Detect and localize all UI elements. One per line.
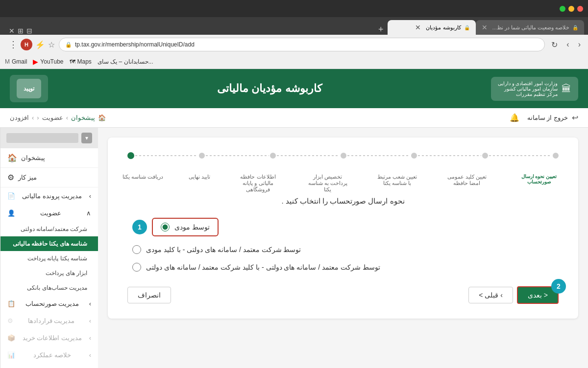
- brand-icon: توپید: [17, 79, 41, 98]
- steps-dots: [122, 152, 564, 159]
- sidebar-item-invoice-management[interactable]: › مدیریت صورتحساب 📋: [0, 295, 98, 312]
- bookmark-hesab[interactable]: حسابدانان – یک سای...: [98, 58, 153, 65]
- tab-1[interactable]: 🔒 خلاصه وضعیت مالیاتی شما در نظ... ✕: [476, 20, 584, 35]
- sidebar-item-membership[interactable]: ∧ عضویت 👤: [0, 205, 98, 222]
- badge-2: 2: [551, 279, 566, 294]
- radio-option-2-wrapper: توسط شرکت معتمد / سامانه های دولتی - با …: [132, 245, 554, 254]
- sidebar-sub-payment-id[interactable]: شناسه یکتا پایانه پرداخت: [0, 251, 98, 266]
- step-dot-1: [127, 152, 134, 159]
- sidebar-item-tax-management[interactable]: › مدیریت پرونده مالیاتی 📄: [0, 187, 98, 205]
- back-button[interactable]: ‹: [576, 39, 583, 50]
- sidebar-sub-trusted-company[interactable]: شرکت معتمد/سامانه دولتی: [0, 222, 98, 236]
- buttons-row: 2 < بعدی › قبلی > انصراف: [122, 286, 564, 304]
- payment-tools-label: ابزار های پرداخت: [46, 270, 87, 276]
- breadcrumb-sep3: ›: [32, 114, 34, 121]
- sidebar-sub-unique-id[interactable]: شناسه های یکتا حافظه مالیاتی: [0, 236, 98, 251]
- tax-management-label: مدیریت پرونده مالیاتی: [22, 192, 82, 200]
- extension-icon[interactable]: ⚡: [35, 40, 45, 49]
- app-header: 🏛 وزارت امور اقتصادی و دارایی سازمان امو…: [0, 69, 588, 108]
- step-dot-6: [482, 153, 488, 159]
- step-dot-2: [199, 153, 205, 159]
- sidebar-item-dashboard[interactable]: پیشخوان 🏠: [0, 148, 98, 168]
- prev-button[interactable]: › قبلی >: [468, 287, 513, 303]
- radio-input-2[interactable]: [132, 245, 141, 254]
- radio-label-2: توسط شرکت معتمد / سامانه های دولتی - با …: [146, 246, 301, 253]
- tab-2[interactable]: 🔒 کاربوشه مؤدیان ✕: [388, 20, 476, 35]
- sidebar-sub-bank-accounts[interactable]: مدیریت حساب‌های بانکی: [0, 280, 98, 295]
- summary-icon: 📊: [7, 351, 15, 359]
- sidebar-dropdown-button[interactable]: ▾: [81, 133, 92, 143]
- unique-id-label: شناسه های یکتا حافظه مالیاتی: [13, 240, 87, 247]
- step-line-1: [135, 155, 198, 156]
- bell-icon[interactable]: 🔔: [510, 113, 519, 122]
- sidebar-user-area: ▾: [0, 128, 98, 148]
- trusted-company-label: شرکت معتمد/سامانه دولتی: [21, 226, 87, 232]
- payment-id-label: شناسه یکتا پایانه پرداخت: [27, 255, 87, 262]
- tab-bar: 🔒 خلاصه وضعیت مالیاتی شما در نظ... ✕ 🔒 ک…: [0, 17, 588, 35]
- sidebar-item-workdesk[interactable]: میز کار ⚙: [0, 168, 98, 187]
- bank-accounts-label: مدیریت حساب‌های بانکی: [27, 284, 87, 291]
- breadcrumb-home-icon: 🏠: [98, 114, 106, 121]
- radio-options: توسط مودی 1 توسط شرکت معتمد / سامانه های…: [122, 218, 564, 272]
- step-line-5: [418, 155, 481, 156]
- gmail-icon: M: [5, 58, 10, 65]
- summary-label: خلاصه عملکرد: [33, 351, 72, 359]
- purchase-info-label: مدیریت اطلاعات خرید: [23, 334, 82, 342]
- expand-membership-icon: ∧: [86, 209, 91, 217]
- badge-1: 1: [132, 220, 147, 234]
- prev-label: قبلی >: [479, 291, 498, 299]
- new-tab-button[interactable]: +: [374, 24, 388, 35]
- star-icon[interactable]: ☆: [48, 40, 55, 49]
- tab-1-close[interactable]: ✕: [482, 23, 488, 31]
- header-title: کاربوشه مؤدیان مالیاتی: [217, 82, 321, 95]
- step-label-5: اطلاعات حافظه مالیاتی و پایانه فروشگاهی: [236, 174, 280, 193]
- radio-input-3[interactable]: [132, 263, 141, 272]
- bookmark-maps[interactable]: 🗺 Maps: [70, 58, 92, 65]
- user-bar-right: ↩ خروج از سامانه 🔔: [510, 113, 578, 122]
- url-text: tp.tax.gov.ir/membership/normalUniqueID/…: [75, 41, 195, 48]
- forward-button[interactable]: ›: [564, 39, 571, 50]
- step-line-6: [489, 155, 552, 156]
- sidebar: ▾ پیشخوان 🏠 میز کار ⚙ › مدیریت پرونده ما…: [0, 128, 98, 368]
- document-icon: 📄: [7, 192, 15, 200]
- bookmark-gmail[interactable]: M Gmail: [5, 58, 27, 65]
- gov-logo-text: وزارت امور اقتصادی و دارایی سازمان امور …: [498, 81, 558, 97]
- refresh-button[interactable]: ↻: [549, 39, 560, 50]
- main-content: تعیین نحوه ارسال صورتحساب تعیین کلید عمو…: [98, 128, 588, 368]
- bookmark-youtube[interactable]: ▶ YouTube: [33, 58, 63, 66]
- bookmark-youtube-label: YouTube: [40, 58, 63, 65]
- workdesk-label: میز کار: [18, 174, 37, 181]
- gear-icon: ⚙: [7, 173, 14, 182]
- browser-icons: ☆ ⚡ H ⋮: [9, 39, 55, 50]
- step-label-7: دریافت شناسه یکتا: [122, 174, 163, 193]
- sidebar-item-purchase-info[interactable]: › مدیریت اطلاعات خرید 📦: [0, 329, 98, 346]
- profile-icon[interactable]: H: [21, 39, 32, 50]
- cancel-button[interactable]: انصراف: [127, 287, 171, 303]
- step-label-1: تعیین نحوه ارسال صورتحساب: [514, 174, 564, 193]
- header-brand-logo: توپید: [10, 75, 48, 102]
- logout-label[interactable]: خروج از سامانه: [527, 114, 568, 121]
- gov-logo: 🏛 وزارت امور اقتصادی و دارایی سازمان امو…: [491, 77, 578, 101]
- prev-chevron-icon: ›: [500, 291, 503, 299]
- step-line-2: [206, 155, 269, 156]
- expand-purchase-icon: ›: [89, 334, 91, 342]
- logout-icon: ↩: [572, 113, 578, 122]
- breadcrumb-home[interactable]: پیشخوان: [71, 114, 95, 121]
- menu-icon[interactable]: ⋮: [9, 39, 18, 50]
- radio-option-1-box: توسط مودی: [152, 218, 219, 236]
- bookmark-maps-label: Maps: [77, 58, 92, 65]
- bookmark-hesab-label: حسابدانان – یک سای...: [98, 58, 153, 65]
- tab-2-close[interactable]: ✕: [415, 23, 421, 31]
- url-bar[interactable]: 🔒 tp.tax.gov.ir/membership/normalUniqueI…: [59, 38, 545, 51]
- sidebar-sub-payment-tools[interactable]: ابزار های پرداخت: [0, 266, 98, 280]
- sidebar-item-contracts[interactable]: › مدیریت قراردادها ⚙: [0, 312, 98, 329]
- step-dot-5: [411, 153, 417, 159]
- step-line-3: [277, 155, 340, 156]
- home-icon: 🏠: [7, 153, 17, 162]
- radio-option-3-wrapper: توسط شرکت معتمد / سامانه های دولتی - با …: [132, 263, 554, 272]
- sidebar-item-summary[interactable]: › خلاصه عملکرد 📊: [0, 346, 98, 364]
- address-bar-row: ‹ › ↻ 🔒 tp.tax.gov.ir/membership/normalU…: [0, 35, 588, 54]
- breadcrumb-membership[interactable]: عضویت: [42, 114, 63, 121]
- step-label-4: تخصیص ابزار پرداخت به شناسه یکتا: [306, 174, 350, 193]
- radio-input-1[interactable]: [161, 223, 170, 231]
